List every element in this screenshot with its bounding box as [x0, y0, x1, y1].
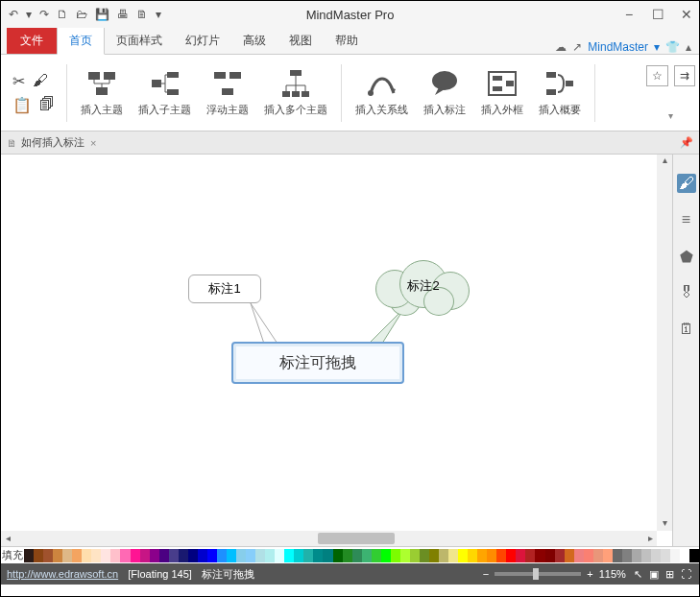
- insert-callout-button[interactable]: 插入标注: [418, 68, 471, 117]
- central-topic[interactable]: 标注可拖拽: [231, 342, 404, 384]
- rail-task-icon[interactable]: 🗓: [677, 320, 696, 339]
- color-swatch[interactable]: [689, 549, 699, 562]
- share-icon[interactable]: ↗: [572, 40, 582, 54]
- pin-icon[interactable]: 📌: [680, 136, 699, 149]
- color-swatch[interactable]: [198, 549, 207, 562]
- document-tab-name[interactable]: 如何插入标注: [21, 135, 84, 150]
- insert-relation-button[interactable]: 插入关系线: [350, 68, 414, 117]
- color-swatch[interactable]: [179, 549, 188, 562]
- color-swatch[interactable]: [429, 549, 439, 562]
- qat-more-icon[interactable]: ▾: [156, 8, 161, 21]
- cut-icon[interactable]: ✂: [12, 72, 25, 90]
- color-swatch[interactable]: [120, 549, 130, 562]
- color-swatch[interactable]: [680, 549, 689, 562]
- rail-clipart-icon[interactable]: 🎖: [677, 283, 696, 302]
- insert-multiple-button[interactable]: 插入多个主题: [258, 68, 333, 117]
- tab-home[interactable]: 首页: [57, 27, 105, 55]
- color-swatch[interactable]: [333, 549, 343, 562]
- color-swatch[interactable]: [294, 549, 303, 562]
- color-swatch[interactable]: [622, 549, 632, 562]
- scroll-up-icon[interactable]: ▴: [657, 155, 672, 168]
- color-swatch[interactable]: [468, 549, 477, 562]
- status-url[interactable]: http://www.edrawsoft.cn: [7, 568, 118, 580]
- cursor-icon[interactable]: ↖: [634, 568, 642, 580]
- canvas[interactable]: 标注1 标注2 标注可拖拽 ▴ ▾ ◂ ▸: [1, 155, 672, 546]
- color-swatch[interactable]: [593, 549, 603, 562]
- color-swatch[interactable]: [207, 549, 217, 562]
- tab-file[interactable]: 文件: [7, 28, 57, 54]
- fit-page-icon[interactable]: ▣: [649, 568, 659, 580]
- color-swatch[interactable]: [110, 549, 120, 562]
- color-swatch[interactable]: [670, 549, 680, 562]
- fit-width-icon[interactable]: ⊞: [665, 568, 674, 580]
- color-swatch[interactable]: [381, 549, 391, 562]
- color-swatch[interactable]: [343, 549, 352, 562]
- vertical-scrollbar[interactable]: ▴ ▾: [657, 155, 672, 531]
- color-swatch[interactable]: [372, 549, 381, 562]
- insert-summary-button[interactable]: 插入概要: [533, 68, 587, 117]
- zoom-value[interactable]: 115%: [599, 568, 626, 580]
- color-swatch[interactable]: [516, 549, 525, 562]
- ribbon-expand-icon[interactable]: ▾: [668, 110, 673, 121]
- copy-icon[interactable]: 🗐: [39, 96, 55, 114]
- color-swatch[interactable]: [236, 549, 246, 562]
- color-swatch[interactable]: [275, 549, 284, 562]
- color-swatch[interactable]: [227, 549, 236, 562]
- collapse-ribbon-icon[interactable]: ▴: [686, 40, 691, 54]
- color-swatch[interactable]: [487, 549, 496, 562]
- color-swatch[interactable]: [255, 549, 265, 562]
- color-swatch[interactable]: [391, 549, 400, 562]
- color-swatch[interactable]: [150, 549, 159, 562]
- rail-iconset-icon[interactable]: ⬟: [677, 247, 696, 266]
- color-swatch[interactable]: [420, 549, 429, 562]
- color-swatch[interactable]: [410, 549, 420, 562]
- insert-topic-button[interactable]: 插入主题: [75, 68, 129, 117]
- color-swatch[interactable]: [91, 549, 101, 562]
- fullscreen-icon[interactable]: ⛶: [681, 568, 691, 580]
- color-swatch[interactable]: [584, 549, 593, 562]
- color-swatch[interactable]: [362, 549, 372, 562]
- floating-topic-button[interactable]: 浮动主题: [201, 68, 254, 117]
- zoom-in-button[interactable]: +: [587, 568, 592, 580]
- color-swatch[interactable]: [101, 549, 110, 562]
- color-swatch[interactable]: [313, 549, 323, 562]
- tab-advanced[interactable]: 高级: [231, 28, 278, 54]
- color-swatch[interactable]: [24, 549, 34, 562]
- undo-dropdown-icon[interactable]: ▾: [26, 8, 32, 21]
- format-painter-icon[interactable]: 🖌: [33, 72, 48, 90]
- insert-boundary-button[interactable]: 插入外框: [475, 68, 529, 117]
- favorite-icon[interactable]: ☆: [646, 65, 668, 86]
- horizontal-scrollbar[interactable]: ◂ ▸: [1, 531, 657, 546]
- rail-outline-icon[interactable]: ≡: [677, 210, 696, 229]
- redo-icon[interactable]: ↷: [39, 8, 49, 21]
- callout-2[interactable]: 标注2: [375, 260, 471, 314]
- color-swatch[interactable]: [603, 549, 613, 562]
- color-swatch[interactable]: [439, 549, 448, 562]
- print-icon[interactable]: 🖶: [117, 8, 129, 21]
- new-icon[interactable]: 🗋: [57, 8, 68, 21]
- color-swatch[interactable]: [265, 549, 275, 562]
- open-icon[interactable]: 🗁: [76, 8, 87, 21]
- color-swatch[interactable]: [303, 549, 313, 562]
- color-swatch[interactable]: [140, 549, 150, 562]
- color-swatch[interactable]: [34, 549, 43, 562]
- tab-page-style[interactable]: 页面样式: [105, 28, 174, 54]
- color-swatch[interactable]: [641, 549, 651, 562]
- color-swatch[interactable]: [632, 549, 641, 562]
- color-swatch[interactable]: [574, 549, 584, 562]
- color-swatch[interactable]: [131, 549, 140, 562]
- color-swatch[interactable]: [506, 549, 516, 562]
- color-swatch[interactable]: [458, 549, 468, 562]
- tshirt-icon[interactable]: 👕: [665, 40, 680, 54]
- color-swatch[interactable]: [169, 549, 179, 562]
- color-swatch[interactable]: [62, 549, 72, 562]
- tab-help[interactable]: 帮助: [324, 28, 370, 54]
- color-swatch[interactable]: [448, 549, 458, 562]
- export-icon[interactable]: 🗎: [136, 8, 148, 21]
- callout-1[interactable]: 标注1: [188, 275, 261, 303]
- undo-icon[interactable]: ↶: [9, 8, 18, 21]
- color-swatch[interactable]: [72, 549, 82, 562]
- zoom-slider[interactable]: [495, 572, 581, 576]
- color-swatch[interactable]: [188, 549, 198, 562]
- rail-format-icon[interactable]: 🖌: [677, 174, 696, 193]
